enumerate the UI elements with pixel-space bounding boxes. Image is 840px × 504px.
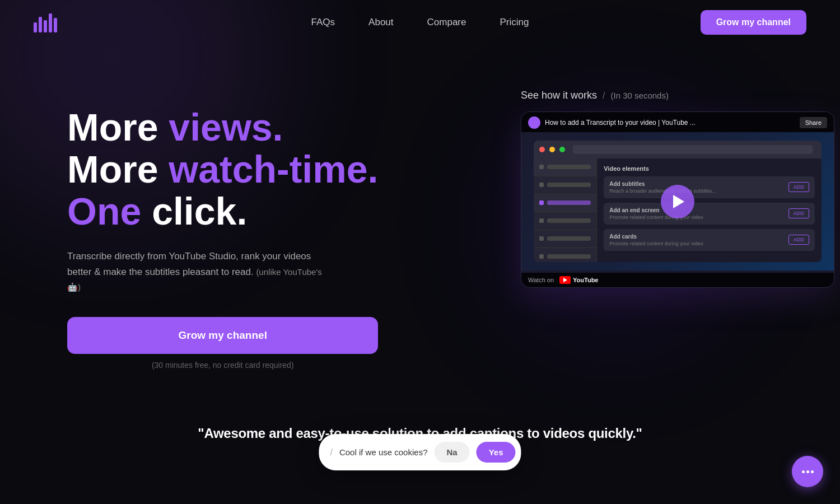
headline-one: One bbox=[67, 190, 141, 232]
headline-watch-time: watch-time. bbox=[169, 148, 378, 190]
headline-line1: More views. bbox=[67, 106, 378, 148]
sidebar-text bbox=[547, 183, 591, 187]
sidebar-text bbox=[547, 254, 591, 259]
sidebar-comments bbox=[534, 248, 596, 262]
sidebar-icon bbox=[539, 165, 544, 169]
nav-compare[interactable]: Compare bbox=[427, 17, 466, 28]
sidebar-text bbox=[547, 165, 591, 169]
cookie-banner: / Cool if we use cookies? Na Yes bbox=[319, 434, 521, 470]
card-sub-cards: Promote related content during your vide… bbox=[609, 241, 703, 246]
navbar: FAQs About Compare Pricing Grow my chann… bbox=[0, 0, 840, 45]
card-label-cards: Add cards bbox=[609, 234, 703, 240]
logo-icon bbox=[34, 12, 57, 32]
headline-more1: More bbox=[67, 106, 169, 148]
yt-cards: Add subtitles Reach a broader audience b… bbox=[604, 176, 814, 251]
dot-red bbox=[539, 147, 545, 152]
hero-subtext: Transcribe directly from YouTube Studio,… bbox=[67, 249, 336, 295]
cookie-no-button[interactable]: Na bbox=[434, 442, 469, 463]
sidebar-icon bbox=[539, 218, 544, 223]
card-label-subtitles: Add subtitles bbox=[609, 181, 716, 187]
sidebar-dashboard bbox=[534, 176, 596, 194]
yt-main-title: Video elements bbox=[604, 165, 814, 172]
video-title: How to add a Transcript to your video | … bbox=[545, 119, 795, 127]
card-sub-end-screen: Promote related content during your vide… bbox=[609, 214, 703, 220]
youtube-text: YouTube bbox=[573, 277, 598, 283]
play-triangle-icon bbox=[673, 195, 684, 208]
hero-headline: More views. More watch-time. One click. bbox=[67, 106, 378, 232]
video-container[interactable]: How to add a Transcript to your video | … bbox=[521, 111, 834, 288]
dot-yellow bbox=[549, 147, 555, 152]
video-title-bar: How to add a Transcript to your video | … bbox=[521, 112, 834, 133]
headline-more2: More bbox=[67, 148, 169, 190]
sidebar-icon bbox=[539, 183, 544, 187]
yt-card-subtitles: Add subtitles Reach a broader audience b… bbox=[604, 176, 814, 198]
watch-on-label: Watch on bbox=[528, 277, 554, 283]
see-how-time: (In 30 seconds) bbox=[611, 91, 669, 100]
video-thumbnail: Video elements Add subtitles Reach a bro… bbox=[521, 132, 834, 270]
nav-pricing[interactable]: Pricing bbox=[500, 17, 529, 28]
yt-bottom-bar: Watch on YouTube bbox=[521, 273, 834, 287]
sidebar-text bbox=[547, 218, 591, 223]
add-subtitles-btn[interactable]: ADD bbox=[788, 182, 809, 192]
dot-green bbox=[559, 147, 565, 152]
sidebar-text-active bbox=[547, 200, 591, 205]
headline-line3: One click. bbox=[67, 190, 378, 232]
cookie-yes-button[interactable]: Yes bbox=[477, 442, 516, 463]
yt-card-end-screen: Add an end screen Promote related conten… bbox=[604, 203, 814, 225]
yt-sidebar bbox=[534, 158, 597, 262]
channel-icon bbox=[528, 116, 540, 129]
add-cards-btn[interactable]: ADD bbox=[788, 235, 809, 245]
hero-cta-button[interactable]: Grow my channel bbox=[67, 317, 378, 354]
nav-links: FAQs About Compare Pricing bbox=[311, 17, 529, 28]
see-how-separator: / bbox=[603, 91, 605, 101]
sidebar-channel bbox=[534, 158, 596, 176]
sidebar-icon bbox=[539, 236, 544, 241]
sidebar-playlist bbox=[534, 212, 596, 230]
youtube-logo-icon bbox=[559, 276, 571, 284]
chat-widget[interactable] bbox=[792, 456, 823, 487]
see-how-label: See how it works / (In 30 seconds) bbox=[521, 90, 669, 101]
hero-left: More views. More watch-time. One click. … bbox=[67, 90, 378, 370]
sidebar-analytics bbox=[534, 230, 596, 248]
sidebar-icon bbox=[539, 254, 544, 259]
yt-card-cards: Add cards Promote related content during… bbox=[604, 229, 814, 251]
sidebar-text bbox=[547, 236, 591, 241]
chat-dot-3 bbox=[811, 470, 814, 473]
headline-line2: More watch-time. bbox=[67, 148, 378, 190]
headline-views: views. bbox=[169, 106, 283, 148]
hero-cta-note: (30 minutes free, no credit card require… bbox=[67, 361, 378, 370]
add-end-screen-btn[interactable]: ADD bbox=[788, 208, 809, 218]
sidebar-icon-active bbox=[539, 200, 544, 205]
cookie-slash: / bbox=[330, 447, 332, 458]
nav-cta-button[interactable]: Grow my channel bbox=[701, 10, 806, 35]
chat-dot-1 bbox=[802, 470, 805, 473]
share-button[interactable]: Share bbox=[800, 117, 827, 128]
play-button[interactable] bbox=[661, 185, 694, 218]
nav-about[interactable]: About bbox=[368, 17, 393, 28]
url-bar bbox=[573, 145, 812, 154]
sidebar-content bbox=[534, 194, 596, 212]
hero-section: More views. More watch-time. One click. … bbox=[0, 45, 840, 403]
chat-dot-2 bbox=[806, 470, 809, 473]
nav-faqs[interactable]: FAQs bbox=[311, 17, 335, 28]
youtube-logo: YouTube bbox=[559, 276, 598, 284]
logo[interactable] bbox=[34, 12, 57, 32]
yt-topbar bbox=[534, 141, 821, 158]
hero-right: See how it works / (In 30 seconds) How t… bbox=[487, 90, 806, 288]
headline-click: click. bbox=[141, 190, 247, 232]
cookie-text: Cool if we use cookies? bbox=[339, 447, 428, 457]
see-how-text: See how it works bbox=[521, 90, 597, 101]
youtube-play-icon bbox=[563, 278, 567, 282]
chat-dots-icon bbox=[802, 470, 814, 473]
yt-main-content: Video elements Add subtitles Reach a bro… bbox=[597, 158, 821, 262]
